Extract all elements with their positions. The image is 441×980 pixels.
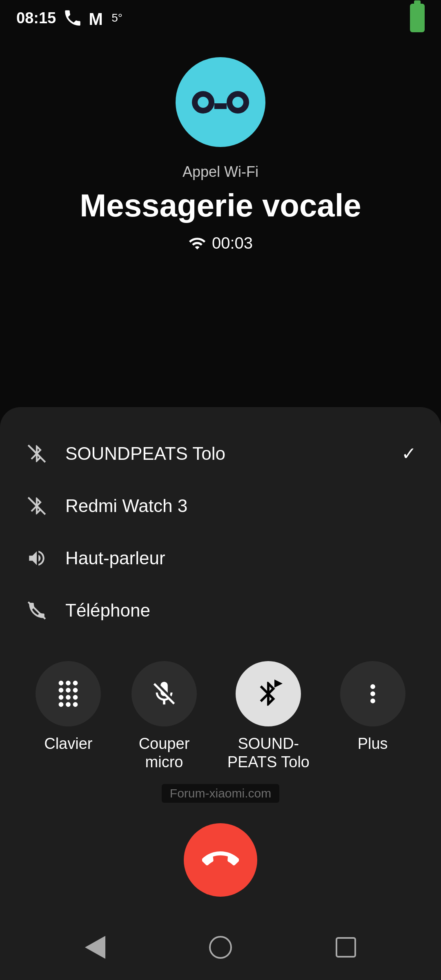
duration-text: 00:03 [212,234,253,252]
action-buttons: Clavier Coupermicro SOUND-PEATS [16,661,425,772]
audio-options-list: SOUNDPEATS Tolo ✓ Redmi Watch 3 Haut-par… [16,428,425,637]
audio-option-phone[interactable]: Téléphone [16,584,425,637]
keypad-label: Clavier [44,735,92,753]
status-bar: 08:15 M 5° [0,0,441,33]
call-type: Appel Wi-Fi [183,163,258,180]
audio-option-speaker[interactable]: Haut-parleur [16,532,425,584]
redmi-label: Redmi Watch 3 [65,496,416,516]
checkmark-icon: ✓ [401,443,416,464]
status-time: 08:15 [16,9,56,27]
call-area: Appel Wi-Fi Messagerie vocale 00:03 [0,33,441,252]
temperature: 5° [111,11,122,24]
audio-output-button[interactable] [236,661,301,726]
speaker-label: Haut-parleur [65,548,416,568]
audio-option-soundpeats[interactable]: SOUNDPEATS Tolo ✓ [16,428,425,480]
svg-marker-4 [274,679,283,688]
watermark-container: Forum-xiaomi.com [16,784,425,823]
mute-button[interactable] [131,661,197,726]
wifi-icon [188,234,206,252]
end-call-button[interactable] [184,823,257,897]
chevron-icon [274,679,283,688]
home-icon [209,936,232,959]
soundpeats-label: SOUNDPEATS Tolo [65,443,385,464]
end-call-icon [202,842,239,878]
status-left: 08:15 M 5° [16,8,122,28]
more-label: Plus [358,735,388,753]
phone-off-icon [24,598,49,623]
keypad-button[interactable] [36,661,101,726]
mute-btn-wrapper: Coupermicro [131,661,197,772]
dialpad-icon [54,679,82,708]
bluetooth-slash-icon-2 [24,494,49,518]
home-button[interactable] [204,931,237,964]
more-btn-wrapper: Plus [340,661,405,753]
voicemail-icon [192,91,249,114]
keypad-btn-wrapper: Clavier [36,661,101,753]
recents-icon [336,937,356,958]
bottom-panel: SOUNDPEATS Tolo ✓ Redmi Watch 3 Haut-par… [0,407,441,980]
caller-name: Messagerie vocale [80,187,361,224]
more-vert-icon [359,679,387,708]
gmail-status-icon: M [87,8,107,28]
recents-button[interactable] [330,931,362,964]
svg-text:M: M [89,9,103,28]
watermark-text: Forum-xiaomi.com [162,784,279,803]
call-duration: 00:03 [188,234,253,252]
battery-icon [410,4,425,32]
navigation-bar [16,921,425,980]
speaker-icon [24,546,49,570]
status-icons: M 5° [62,8,122,28]
voicemail-avatar [176,57,265,147]
bluetooth-slash-icon-1 [24,441,49,466]
audio-btn-wrapper: SOUND-PEATS Tolo [227,661,310,772]
mic-off-icon [150,679,178,708]
mute-label: Coupermicro [139,735,190,772]
more-button[interactable] [340,661,405,726]
phone-status-icon [62,8,83,28]
back-icon [85,936,105,959]
audio-option-redmi[interactable]: Redmi Watch 3 [16,480,425,532]
back-button[interactable] [79,931,111,964]
audio-output-label: SOUND-PEATS Tolo [227,735,310,772]
telephone-label: Téléphone [65,600,416,621]
end-call-container [16,823,425,897]
